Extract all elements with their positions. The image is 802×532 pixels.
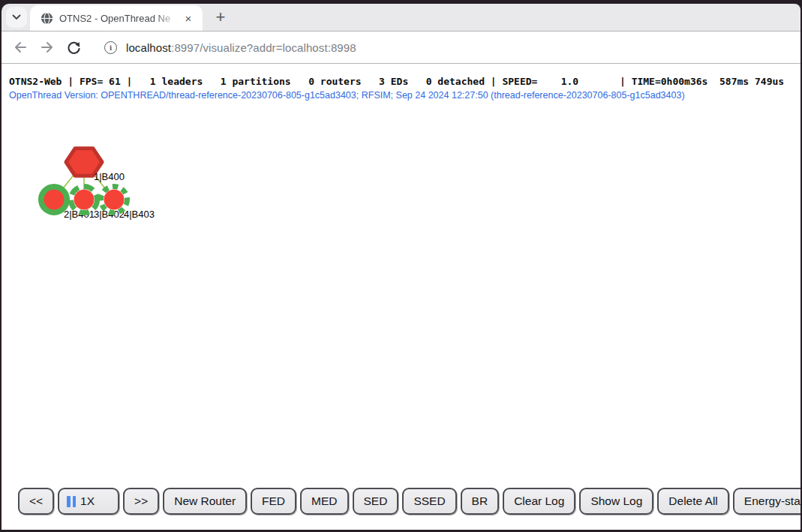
reload-button[interactable] (62, 36, 85, 59)
child-node[interactable] (104, 190, 125, 210)
page-info-button[interactable]: i (104, 41, 117, 54)
browser-tab[interactable]: OTNS2 - OpenThread Ne × (30, 5, 203, 31)
button-label: FED (262, 494, 285, 508)
button-label: SSED (413, 494, 445, 508)
address-bar[interactable]: localhost:8997/visualize?addr=localhost:… (126, 41, 356, 54)
energy-stats-button[interactable]: Energy-stats ↗ (733, 488, 800, 515)
button-label: BR (472, 494, 488, 508)
pause-icon (67, 496, 76, 507)
tab-title: OTNS2 - OpenThread Ne (59, 13, 182, 24)
back-button[interactable] (9, 36, 32, 59)
node-label: 1|B400 (94, 171, 125, 182)
speed-forward-button[interactable]: >> (123, 488, 159, 515)
forward-button[interactable] (36, 36, 59, 59)
forward-arrow-icon (40, 40, 55, 55)
globe-favicon-icon (41, 12, 53, 25)
tab-search-button[interactable] (6, 7, 27, 28)
sed-button[interactable]: SED (353, 488, 399, 515)
speed-pause-button[interactable]: 1X (58, 488, 119, 515)
speed-rewind-button[interactable]: << (18, 488, 54, 515)
tab-bar: OTNS2 - OpenThread Ne × + (2, 4, 800, 32)
page-content: OTNS2-Web | FPS= 61 | 1 leaders 1 partit… (2, 64, 800, 530)
button-label: >> (134, 494, 148, 508)
reload-icon (67, 41, 81, 55)
button-label: Show Log (590, 494, 642, 508)
child-node[interactable] (74, 190, 95, 210)
button-label: Delete All (668, 494, 717, 508)
button-label: Clear Log (514, 494, 564, 508)
tab-close-icon[interactable]: × (182, 11, 195, 25)
button-label: 1X (80, 494, 95, 508)
button-label: New Router (174, 494, 236, 508)
action-toolbar: <<1X>>New RouterFEDMEDSEDSSEDBRClear Log… (18, 488, 800, 515)
url-host: localhost (126, 41, 171, 54)
ssed-button[interactable]: SSED (402, 488, 456, 515)
url-path: :8997/visualize?addr=localhost:8998 (171, 41, 356, 54)
button-label: MED (311, 494, 337, 508)
new-router-button[interactable]: New Router (163, 488, 247, 515)
browser-window: OTNS2 - OpenThread Ne × + (0, 0, 802, 532)
button-label: SED (364, 494, 388, 508)
br-button[interactable]: BR (461, 488, 500, 515)
fed-button[interactable]: FED (251, 488, 296, 515)
chevron-down-icon (12, 14, 21, 20)
button-label: Energy-stats ↗ (744, 494, 800, 508)
show-log-button[interactable]: Show Log (579, 488, 653, 515)
delete-all-button[interactable]: Delete All (657, 488, 728, 515)
network-canvas[interactable]: 1|B4002|B4013|B4024|B403 (2, 64, 800, 530)
child-node[interactable] (44, 190, 65, 210)
back-arrow-icon (13, 40, 28, 55)
info-icon: i (104, 41, 117, 54)
button-label: << (29, 494, 43, 508)
med-button[interactable]: MED (300, 488, 348, 515)
new-tab-button[interactable]: + (210, 7, 231, 28)
node-label: 4|B403 (124, 209, 155, 220)
address-toolbar: i localhost:8997/visualize?addr=localhos… (2, 32, 800, 64)
clear-log-button[interactable]: Clear Log (503, 488, 575, 515)
